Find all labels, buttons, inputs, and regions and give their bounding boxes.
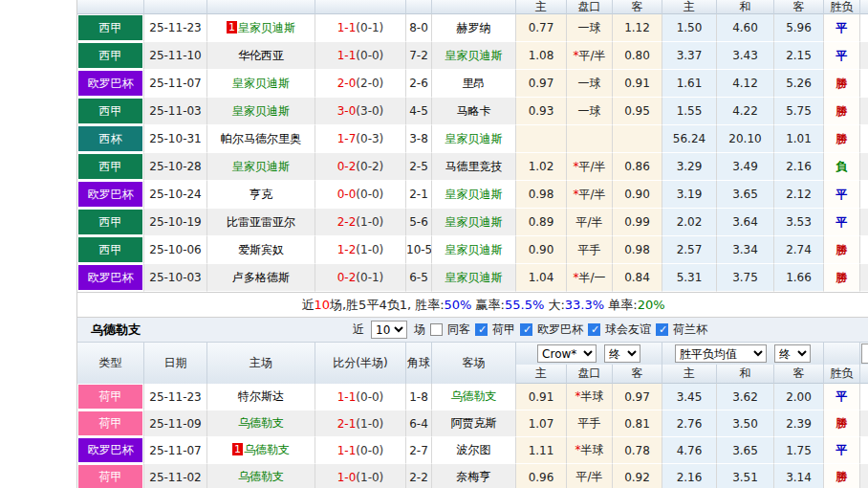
- odds-away: 5.26: [774, 70, 824, 98]
- score: 2-0(2-0): [315, 70, 406, 98]
- euro-state-select[interactable]: 终: [774, 344, 811, 363]
- league-badge[interactable]: 西甲: [78, 237, 142, 262]
- odds-away: 2.15: [774, 42, 824, 70]
- away-team-link[interactable]: 皇家贝迪斯: [445, 132, 503, 145]
- odds-home: 56.24: [662, 125, 717, 153]
- league-badge[interactable]: 荷甲: [78, 411, 142, 435]
- home-team: 卢多格德斯: [207, 264, 315, 292]
- kelly-away: 0.80: [613, 42, 662, 70]
- result-badge: 平: [824, 209, 860, 236]
- corners: 6-4: [406, 410, 432, 437]
- league-badge[interactable]: 欧罗巴杯: [78, 265, 142, 290]
- league-badge[interactable]: 欧罗巴杯: [78, 182, 142, 207]
- match-count-select[interactable]: 10: [371, 321, 407, 339]
- home-team-link[interactable]: 帕尔马德尔里奥: [221, 132, 301, 145]
- stats-summary: 近10场,胜5平4负1, 胜率:50% 赢率:55.5% 大:33.3% 单率:…: [77, 292, 868, 318]
- home-team-link[interactable]: 皇家贝迪斯: [232, 160, 290, 173]
- kelly-away: 0.84: [613, 264, 662, 292]
- odds-home: 1.50: [662, 14, 717, 42]
- checkbox-eredivisie[interactable]: [475, 323, 488, 336]
- home-team-link[interactable]: 亨克: [250, 188, 272, 201]
- kelly-home: 0.98: [516, 181, 567, 209]
- away-team-link[interactable]: 奈梅亨: [457, 470, 491, 483]
- away-team-link[interactable]: 乌德勒支: [451, 389, 497, 403]
- away-team: 皇家贝迪斯: [432, 42, 516, 70]
- corners: 10-5: [406, 236, 432, 264]
- league-badge[interactable]: 欧罗巴杯: [78, 438, 142, 462]
- euro-odds-select[interactable]: 胜平负均值: [675, 344, 767, 363]
- away-team-link[interactable]: 皇家贝迪斯: [445, 243, 503, 256]
- handicap-line: *平/半: [567, 181, 613, 209]
- handicap-line: 一球: [567, 98, 613, 125]
- result-badge: 勝: [824, 125, 860, 153]
- league-badge[interactable]: 荷甲: [78, 465, 142, 488]
- home-team-link[interactable]: 比雷亚雷亚尔: [227, 215, 295, 229]
- clipped-select[interactable]: [861, 344, 868, 364]
- kelly-home: 0.96: [516, 464, 567, 488]
- odds-draw: 3.62: [717, 384, 774, 410]
- odds-away: 3.53: [774, 209, 824, 236]
- home-team: 乌德勒支: [207, 464, 315, 488]
- result-badge: 平: [824, 384, 860, 410]
- away-team-link[interactable]: 皇家贝迪斯: [445, 49, 503, 62]
- away-team-link[interactable]: 波尔图: [457, 443, 491, 456]
- away-team-link[interactable]: 马德里竞技: [445, 160, 503, 173]
- checkbox-dutch-cup[interactable]: [656, 323, 668, 336]
- league-badge[interactable]: 西甲: [78, 210, 142, 234]
- league-badge[interactable]: 西甲: [78, 43, 142, 68]
- odds-home: 2.57: [662, 236, 717, 264]
- league-badge[interactable]: 西甲: [78, 99, 142, 123]
- table-row: 西甲 25-10-19 比雷亚雷亚尔 2-2(1-0) 5-6 皇家贝迪斯 0.…: [77, 209, 868, 236]
- bookmaker-select[interactable]: Crow*: [537, 344, 597, 363]
- checkbox-same-away[interactable]: [430, 323, 443, 336]
- odds-home: 3.45: [662, 384, 717, 410]
- home-team-link[interactable]: 特尔斯达: [238, 389, 284, 403]
- table-row: 西甲 25-10-28 皇家贝迪斯 0-2(0-2) 2-5 马德里竞技 1.0…: [77, 153, 868, 181]
- home-team: 1乌德勒支: [207, 437, 315, 464]
- home-team-link[interactable]: 爱斯宾奴: [238, 243, 284, 256]
- checkbox-europa-league[interactable]: [520, 323, 532, 336]
- odds-draw: 4.22: [717, 98, 774, 125]
- odds-home: 1.61: [662, 70, 717, 98]
- score: 1-7(0-3): [315, 125, 406, 153]
- away-team-link[interactable]: 皇家贝迪斯: [445, 271, 503, 284]
- home-team-link[interactable]: 乌德勒支: [244, 443, 290, 456]
- odds-home: 2.76: [662, 410, 717, 437]
- home-team-link[interactable]: 乌德勒支: [238, 416, 284, 430]
- home-team-link[interactable]: 乌德勒支: [238, 470, 284, 483]
- home-team-link[interactable]: 皇家贝迪斯: [232, 104, 290, 118]
- away-team-link[interactable]: 赫罗纳: [457, 21, 491, 34]
- away-team-link[interactable]: 皇家贝迪斯: [445, 188, 503, 201]
- odds-home: 1.55: [662, 98, 717, 125]
- kelly-away: 0.90: [613, 181, 662, 209]
- league-badge[interactable]: 荷甲: [78, 385, 142, 409]
- bookmaker-state-select[interactable]: 终: [604, 344, 640, 363]
- away-team: 奈梅亨: [432, 464, 516, 488]
- corners: 2-6: [406, 70, 432, 98]
- league-badge[interactable]: 西甲: [78, 154, 142, 179]
- away-team-link[interactable]: 阿贾克斯: [451, 416, 497, 430]
- checkbox-club-friendly[interactable]: [588, 323, 600, 336]
- home-team-link[interactable]: 华伦西亚: [238, 49, 284, 62]
- away-team-link[interactable]: 马略卡: [457, 104, 491, 118]
- away-team-link[interactable]: 里昂: [463, 77, 486, 90]
- odds-away: 1.66: [774, 264, 824, 292]
- home-team-link[interactable]: 卢多格德斯: [232, 271, 290, 284]
- odds-home: 2.02: [662, 209, 717, 236]
- home-team-link[interactable]: 皇家贝迪斯: [238, 21, 295, 34]
- result-badge: 平: [824, 14, 860, 42]
- header-corner: 角球: [406, 343, 432, 384]
- header-extra-select: [860, 343, 868, 365]
- league-badge[interactable]: 欧罗巴杯: [78, 71, 142, 96]
- away-team-link[interactable]: 皇家贝迪斯: [445, 215, 503, 229]
- home-team: 特尔斯达: [207, 384, 315, 410]
- home-team-link[interactable]: 皇家贝迪斯: [232, 77, 290, 90]
- corners: 3-8: [406, 125, 432, 153]
- league-badge[interactable]: 西杯: [78, 126, 142, 151]
- league-badge[interactable]: 西甲: [78, 15, 142, 40]
- handicap-line: 平手: [567, 236, 613, 264]
- result-badge: 平: [824, 42, 860, 70]
- handicap-line: 平手: [567, 410, 613, 437]
- odds-draw: 3.34: [717, 236, 774, 264]
- kelly-home: 1.02: [516, 153, 567, 181]
